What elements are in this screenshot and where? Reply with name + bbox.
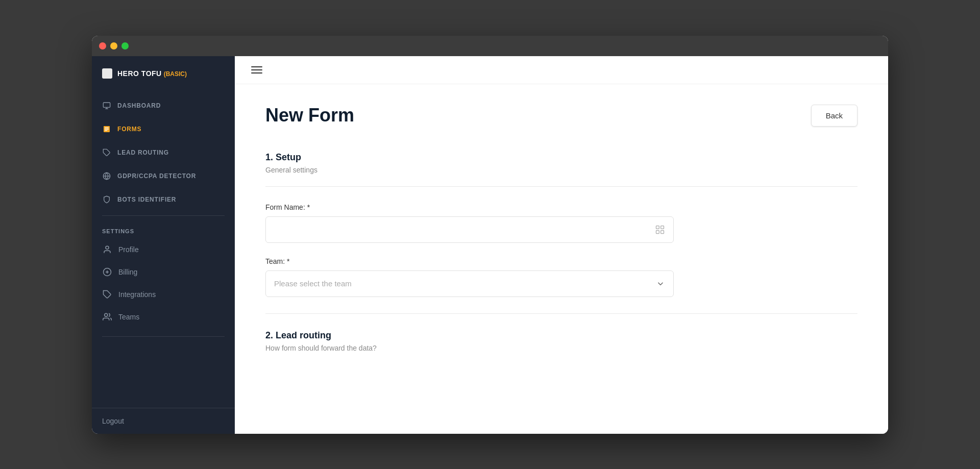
chevron-down-icon [656, 279, 665, 288]
sidebar-item-dashboard[interactable]: DASHBOARD [92, 94, 235, 117]
globe-icon [102, 171, 111, 181]
app-layout: HERO TOFU(BASIC) DASHBOARD [92, 56, 888, 434]
titlebar [92, 36, 888, 56]
topbar [235, 56, 888, 84]
settings-section-label: SETTINGS [92, 220, 235, 238]
sidebar-item-teams-label: Teams [118, 313, 139, 321]
app-window: HERO TOFU(BASIC) DASHBOARD [92, 36, 888, 434]
sidebar-item-gdpr-label: GDPR/CCPA DETECTOR [117, 172, 196, 180]
svg-rect-0 [103, 103, 110, 107]
sidebar-item-lead-routing-label: LEAD ROUTING [117, 149, 169, 156]
setup-section-title: 1. Setup [265, 152, 857, 163]
sidebar-item-forms-label: FORMS [117, 126, 141, 133]
svg-rect-17 [661, 226, 664, 229]
puzzle-icon [102, 148, 111, 157]
svg-rect-16 [656, 226, 659, 229]
form-name-input-wrapper [265, 216, 674, 243]
svg-point-15 [105, 313, 108, 316]
team-group: Team: * Please select the team [265, 257, 857, 297]
logo-text: HERO TOFU(BASIC) [117, 69, 187, 78]
sidebar-item-lead-routing[interactable]: LEAD ROUTING [92, 141, 235, 164]
sidebar-logo: HERO TOFU(BASIC) [92, 56, 235, 89]
forms-icon [102, 125, 111, 134]
hamburger-line-2 [251, 69, 262, 70]
setup-section-divider [265, 186, 857, 187]
sidebar-item-forms[interactable]: FORMS [92, 117, 235, 141]
svg-point-10 [106, 246, 109, 249]
logout-button[interactable]: Logout [102, 417, 124, 425]
svg-rect-6 [105, 130, 107, 131]
sidebar-navigation: DASHBOARD FORMS [92, 89, 235, 408]
team-select-placeholder: Please select the team [274, 279, 656, 288]
page-title: New Form [265, 105, 354, 126]
page-header: New Form Back [265, 105, 857, 127]
lead-routing-title: 2. Lead routing [265, 330, 857, 341]
sidebar-item-billing-label: Billing [118, 268, 137, 276]
sidebar-item-bots[interactable]: BOTS IDENTIFIER [92, 188, 235, 211]
svg-rect-5 [105, 129, 109, 129]
puzzle-piece-icon [102, 289, 112, 300]
lead-routing-subtitle: How form should forward the data? [265, 344, 857, 352]
svg-rect-4 [105, 127, 109, 128]
svg-rect-19 [661, 230, 664, 233]
sidebar-item-integrations-label: Integrations [118, 290, 156, 299]
logo-name: HERO TOFU [117, 69, 162, 78]
shield-icon [102, 195, 111, 204]
logo-icon [102, 68, 112, 79]
form-name-input[interactable] [274, 225, 655, 234]
back-button[interactable]: Back [811, 105, 857, 127]
sidebar-item-billing[interactable]: Billing [92, 261, 235, 283]
sidebar-bottom: Logout [92, 408, 235, 434]
sidebar-divider-2 [102, 336, 225, 337]
sidebar-divider-1 [102, 215, 225, 216]
maximize-button[interactable] [121, 42, 129, 50]
hamburger-line-3 [251, 72, 262, 73]
team-select[interactable]: Please select the team [265, 270, 674, 297]
sidebar-item-gdpr[interactable]: GDPR/CCPA DETECTOR [92, 164, 235, 188]
monitor-icon [102, 101, 111, 110]
sidebar-item-bots-label: BOTS IDENTIFIER [117, 196, 176, 203]
lead-routing-section: 2. Lead routing How form should forward … [265, 313, 857, 352]
menu-toggle-button[interactable] [249, 64, 264, 76]
page-body: New Form Back 1. Setup General settings … [235, 84, 888, 434]
hamburger-line-1 [251, 66, 262, 67]
sidebar-item-profile[interactable]: Profile [92, 238, 235, 261]
main-content: New Form Back 1. Setup General settings … [235, 56, 888, 434]
svg-rect-18 [656, 230, 659, 233]
form-name-group: Form Name: * [265, 203, 857, 243]
close-button[interactable] [99, 42, 106, 50]
form-grid-icon [655, 225, 665, 235]
sidebar-item-integrations[interactable]: Integrations [92, 283, 235, 306]
sidebar: HERO TOFU(BASIC) DASHBOARD [92, 56, 235, 434]
setup-section: 1. Setup General settings Form Name: * [265, 152, 857, 297]
setup-section-subtitle: General settings [265, 166, 857, 174]
user-circle-icon [102, 244, 112, 255]
form-name-label: Form Name: * [265, 203, 857, 211]
dollar-circle-icon [102, 267, 112, 277]
team-icon [102, 312, 112, 322]
sidebar-item-profile-label: Profile [118, 245, 139, 254]
logo-badge: (BASIC) [164, 70, 187, 78]
sidebar-item-teams[interactable]: Teams [92, 306, 235, 328]
sidebar-item-dashboard-label: DASHBOARD [117, 102, 161, 109]
minimize-button[interactable] [110, 42, 117, 50]
team-label: Team: * [265, 257, 857, 265]
